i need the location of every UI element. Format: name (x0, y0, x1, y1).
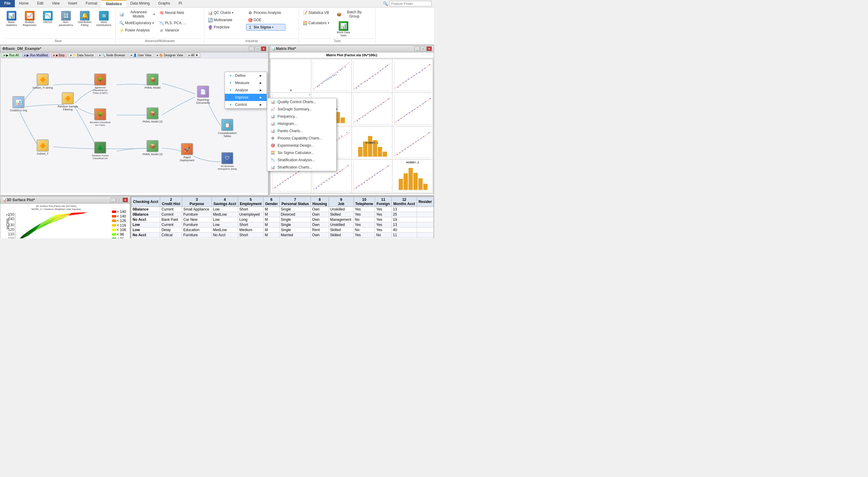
variance-button[interactable]: σ Variance (157, 27, 197, 34)
analyze-icon: 🔹 (227, 88, 234, 93)
node-subset-training[interactable]: 🔶 Subset_Tr aining (32, 73, 53, 89)
submenu-exp-design[interactable]: 🎯 Experimental Design... (267, 142, 336, 149)
table-row[interactable]: 0BalanceCurrentSmall ApplianceLowShortMS… (131, 207, 434, 212)
close-button[interactable]: × (261, 46, 266, 51)
node-pmml2[interactable]: 📦 PMML Model (2) (142, 107, 163, 123)
histogram-icon: 📊 (270, 121, 276, 126)
neural-nets-button[interactable]: 🧠 Neural Nets (157, 9, 197, 16)
qc-charts-button[interactable]: 📊 QC Charts▼ (206, 9, 245, 16)
svg-point-80 (378, 105, 379, 106)
basic-statistics-button[interactable]: 📊 BasicStatistics (3, 9, 20, 28)
matrix-close[interactable]: × (427, 46, 432, 51)
user-view-button[interactable]: 👤 User View (129, 53, 153, 58)
svg-point-41 (413, 75, 415, 76)
pls-pca-button[interactable]: 📉 PLS, PCA, ... (157, 20, 197, 26)
tab-format[interactable]: Format (82, 0, 101, 7)
tab-view[interactable]: View (48, 0, 64, 7)
node-pmml1[interactable]: 📦 PMML Model (142, 73, 163, 89)
stop-button[interactable]: ■ Stop (51, 53, 67, 58)
maximize-button[interactable]: □ (255, 46, 260, 51)
run-modified-button[interactable]: ▶ Run Modified (22, 53, 50, 58)
svg-marker-229 (29, 223, 41, 235)
tab-file[interactable]: File (0, 0, 15, 7)
feature-finder-input[interactable] (389, 1, 432, 6)
svg-point-83 (359, 118, 360, 120)
table-row[interactable]: No AcctBank PaidCar NewLowLongMSingleOwn… (131, 217, 434, 222)
submenu-qc-charts[interactable]: 📊 Quality Control Charts... (267, 98, 336, 105)
all-dropdown[interactable]: All ▼ (186, 53, 200, 58)
mult-exploratory-button[interactable]: 🔍 Mult/Exploratory▼ (117, 20, 157, 26)
tab-pi[interactable]: PI (174, 0, 186, 7)
minimize-button[interactable]: _ (249, 46, 254, 51)
block-data-stats-button[interactable]: 📊 Block DataStats (335, 20, 352, 38)
node-crosstab[interactable]: 📋 Crosstabulation Tables (217, 119, 238, 138)
tab-datamining[interactable]: Data Mining (126, 0, 154, 7)
more-distributions-button[interactable]: ≋ MoreDistributions (94, 9, 114, 28)
menu-item-measure[interactable]: 🔹 Measure ▶ (225, 79, 267, 87)
submenu-process-cap[interactable]: ⚙ Process Capability Charts... (267, 135, 336, 142)
node-creditsco[interactable]: 📊 CreditSco ring (8, 96, 29, 112)
tab-statistics[interactable]: Statistics (101, 0, 126, 7)
menu-item-define[interactable]: 🔹 Define ▶ (225, 72, 267, 79)
nonparametrics-button[interactable]: 🔢 Non-parametrics (57, 9, 75, 28)
tab-graphs[interactable]: Graphs (154, 0, 174, 7)
surface-minimize[interactable]: _ (111, 197, 116, 202)
node-reporting[interactable]: 📄 Reporting Documents (192, 86, 214, 104)
advanced-models-button[interactable]: 📊 Advanced Models▼ (117, 9, 157, 19)
node-browser-button[interactable]: 🔍 Node Browser (97, 53, 127, 58)
designer-view-button[interactable]: 🎨 Designer View (155, 53, 185, 58)
control-icon: 🔹 (227, 102, 234, 107)
node-advanced-class[interactable]: 🌳 Advanced Classificat ion Trees (C&RT) (90, 73, 111, 94)
matrix-minimize[interactable]: _ (414, 46, 420, 51)
doe-button[interactable]: 🎯 DOE (246, 17, 285, 23)
menu-item-control[interactable]: 🔹 Control ▶ (225, 101, 267, 108)
matrix-restore[interactable]: □ (421, 46, 426, 51)
surface-icon: 📊 (2, 198, 7, 202)
surface-maximize[interactable]: □ (117, 197, 122, 202)
tab-home[interactable]: Home (15, 0, 33, 7)
table-row[interactable]: 0BalanceCurrentFurnitureMedLowUnemployed… (131, 212, 434, 217)
multivariate-button[interactable]: 🔄 Multivariate (206, 17, 245, 23)
predictive-button[interactable]: 🔮 Predictive (206, 24, 245, 31)
run-all-button[interactable]: ▶ Run All (1, 53, 21, 58)
svg-point-177 (332, 177, 333, 178)
svg-point-12 (328, 78, 329, 80)
six-sigma-button[interactable]: Σ Six Sigma▼ (246, 24, 285, 31)
submenu-pareto[interactable]: 📊 Pareto Charts... (267, 127, 336, 135)
node-hist3d[interactable]: 🛡 3D Bivariate Histograms (beta) (217, 152, 238, 170)
node-pmml3[interactable]: 📦 PMML Model (3) (142, 140, 163, 156)
submenu-strat-analysis[interactable]: 📉 Stratification Analysis... (267, 156, 336, 164)
process-analysis-button[interactable]: ⚙ Process Analysis (246, 9, 285, 16)
menu-item-analyze[interactable]: 🔹 Analyze ▶ (225, 87, 267, 94)
table-row[interactable]: LowCurrentFurnitureLowShortMSingleOwnUns… (131, 222, 434, 227)
submenu-frequency[interactable]: 📊 Frequency... (267, 113, 336, 120)
node-rapid-deploy[interactable]: 🚀 Rapid Deployment (177, 143, 198, 162)
menu-item-improve[interactable]: 🔹 Improve ▶ (225, 94, 267, 101)
table-row[interactable]: LowDelayEducationMedLowMediumMSingleRent… (131, 227, 434, 232)
data-source-button[interactable]: 📁 Data Source (68, 53, 96, 58)
tab-edit[interactable]: Edit (33, 0, 48, 7)
anova-button[interactable]: 📉 ANOVA (39, 9, 56, 25)
calculators-button[interactable]: 🧮 Calculators▼ (301, 20, 334, 26)
submenu-sixgraph[interactable]: 📈 SixGraph Summary... (267, 105, 336, 113)
svg-point-91 (398, 120, 399, 121)
power-analysis-button[interactable]: ⚡ Power Analysis (117, 27, 157, 34)
svg-point-196 (358, 185, 360, 187)
svg-point-93 (409, 112, 410, 114)
submenu-six-calc[interactable]: 🧮 Six Sigma Calculator... (267, 149, 336, 156)
node-boosted-class[interactable]: 🌳 Boosted Classificat ion Trees (90, 108, 111, 126)
node-random-forest[interactable]: 🌲 Random Forest Classificat ion (90, 141, 111, 160)
node-random-sample[interactable]: 🔶 Random Sample Filtering (57, 92, 79, 111)
surface-close[interactable]: × (123, 197, 128, 202)
multiple-regression-button[interactable]: 📈 MultipleRegression (21, 9, 39, 28)
tab-insert[interactable]: Insert (64, 0, 82, 7)
node-subset-t[interactable]: 🔶 Subset_T (32, 139, 53, 155)
submenu-histogram[interactable]: 📊 Histogram... (267, 120, 336, 127)
distribution-fitting-button[interactable]: 🔔 DistributionFitting (76, 9, 94, 28)
batch-by-group-button[interactable]: 📦 Batch By Group (335, 9, 368, 19)
submenu-strat-charts[interactable]: 📊 Stratification Charts... (267, 164, 336, 171)
table-row[interactable]: 0BalanceCurrentCar NewLowShortMMarriedOw… (131, 238, 434, 238)
svg-point-82 (388, 98, 389, 99)
table-row[interactable]: No AcctCriticalFurnitureNo AcctShortMMar… (131, 232, 434, 238)
statistica-vb-button[interactable]: 📝 Statistica VB (301, 9, 334, 16)
